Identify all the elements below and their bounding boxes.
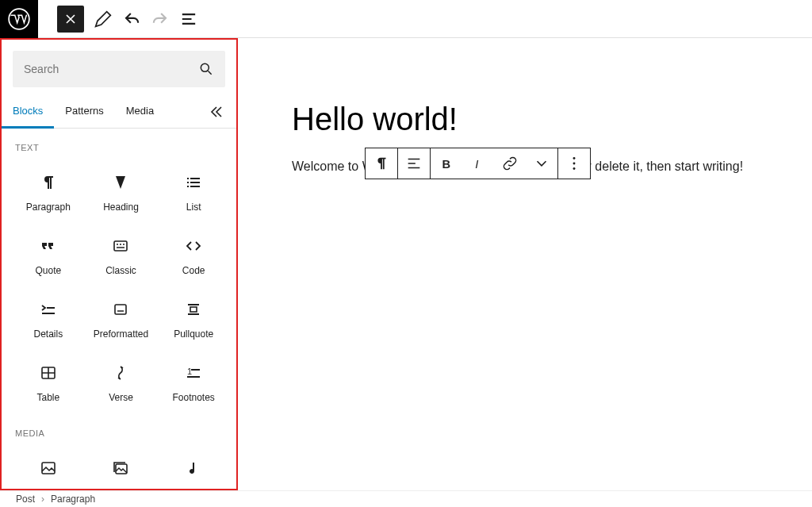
block-audio[interactable]: Audio: [157, 446, 230, 489]
redo-button[interactable]: [149, 8, 171, 30]
search-icon: [198, 61, 214, 77]
block-verse[interactable]: Verse: [85, 351, 158, 414]
block-code[interactable]: Code: [157, 224, 230, 287]
block-classic[interactable]: Classic: [85, 224, 158, 287]
tab-patterns[interactable]: Patterns: [54, 95, 114, 128]
details-icon: [39, 300, 58, 319]
editor-main: Blocks Patterns Media TEXT Paragraph Hea…: [0, 38, 812, 490]
footnotes-icon: 1: [184, 363, 203, 382]
outline-icon: [178, 8, 200, 30]
link-icon: [501, 155, 519, 172]
editor-top-bar: [0, 0, 812, 38]
block-pullquote[interactable]: Pullquote: [157, 287, 230, 351]
gallery-icon: [111, 459, 130, 478]
redo-icon: [149, 8, 171, 30]
tab-media[interactable]: Media: [115, 95, 165, 128]
table-icon: [39, 363, 58, 382]
tab-blocks[interactable]: Blocks: [2, 95, 54, 129]
more-vertical-icon: [565, 155, 583, 172]
svg-point-13: [573, 167, 576, 170]
list-icon: [184, 173, 203, 192]
section-title-media: MEDIA: [12, 414, 230, 446]
image-icon: [39, 459, 58, 478]
svg-point-12: [573, 163, 576, 165]
editor-breadcrumb: Post › Paragraph: [0, 490, 812, 507]
pencil-icon: [92, 8, 114, 30]
svg-rect-7: [42, 463, 55, 474]
collapse-inserter-button[interactable]: [206, 102, 225, 121]
svg-point-1: [201, 63, 209, 71]
quote-icon: [39, 236, 58, 255]
editor-canvas[interactable]: Hello world! Welcome to WordPress. This …: [238, 38, 812, 490]
toolbar-italic-button[interactable]: I: [462, 148, 494, 179]
code-icon: [184, 236, 203, 255]
paragraph-icon: [373, 155, 390, 172]
block-toolbar: B I: [365, 148, 591, 179]
block-list[interactable]: TEXT Paragraph Heading List Quote: [2, 129, 236, 489]
breadcrumb-post[interactable]: Post: [16, 494, 35, 505]
block-image[interactable]: Image: [12, 446, 85, 489]
block-search[interactable]: [13, 51, 225, 87]
block-inserter-panel: Blocks Patterns Media TEXT Paragraph Hea…: [0, 38, 238, 490]
breadcrumb-separator-icon: ›: [41, 494, 44, 505]
toolbar-options-button[interactable]: [558, 148, 590, 179]
wordpress-logo[interactable]: [0, 0, 38, 38]
chevron-down-icon: [533, 155, 550, 172]
preformatted-icon: [111, 300, 130, 319]
block-list[interactable]: List: [157, 160, 230, 224]
svg-point-11: [573, 157, 576, 159]
svg-text:1: 1: [187, 367, 192, 376]
toolbar-block-type-button[interactable]: [366, 148, 397, 179]
post-title[interactable]: Hello world!: [292, 102, 749, 137]
block-heading[interactable]: Heading: [85, 160, 158, 224]
align-left-icon: [405, 155, 423, 172]
undo-icon: [121, 8, 143, 30]
bold-icon: B: [438, 155, 455, 172]
undo-button[interactable]: [121, 8, 143, 30]
toolbar-link-button[interactable]: [494, 148, 526, 179]
svg-rect-2: [114, 241, 127, 251]
block-search-input[interactable]: [24, 63, 198, 75]
document-outline-button[interactable]: [178, 8, 200, 30]
verse-icon: [111, 363, 130, 382]
block-table[interactable]: Table: [12, 351, 85, 414]
close-icon: [63, 11, 79, 27]
block-paragraph[interactable]: Paragraph: [12, 160, 85, 224]
inserter-tabs-row: Blocks Patterns Media: [2, 95, 236, 129]
block-details[interactable]: Details: [12, 287, 85, 351]
heading-icon: [111, 173, 130, 192]
italic-icon: I: [469, 155, 487, 172]
block-preformatted[interactable]: Preformatted: [85, 287, 158, 351]
toolbar-more-formatting-button[interactable]: [526, 148, 557, 179]
svg-rect-4: [190, 307, 197, 312]
close-inserter-button[interactable]: [57, 6, 84, 33]
block-footnotes[interactable]: 1 Footnotes: [157, 351, 230, 414]
toolbar-align-button[interactable]: [398, 148, 430, 179]
tools-button[interactable]: [92, 8, 114, 30]
svg-text:I: I: [475, 158, 478, 171]
svg-text:B: B: [442, 158, 451, 171]
pullquote-icon: [184, 300, 203, 319]
wordpress-icon: [8, 8, 30, 30]
svg-rect-3: [115, 305, 126, 314]
paragraph-icon: [39, 173, 58, 192]
breadcrumb-block[interactable]: Paragraph: [51, 494, 95, 505]
audio-icon: [184, 459, 203, 478]
block-gallery[interactable]: Gallery: [85, 446, 158, 489]
toolbar-bold-button[interactable]: B: [431, 148, 462, 179]
section-title-text: TEXT: [12, 129, 230, 160]
classic-icon: [111, 236, 130, 255]
chevron-double-left-icon: [206, 102, 225, 121]
block-quote[interactable]: Quote: [12, 224, 85, 287]
